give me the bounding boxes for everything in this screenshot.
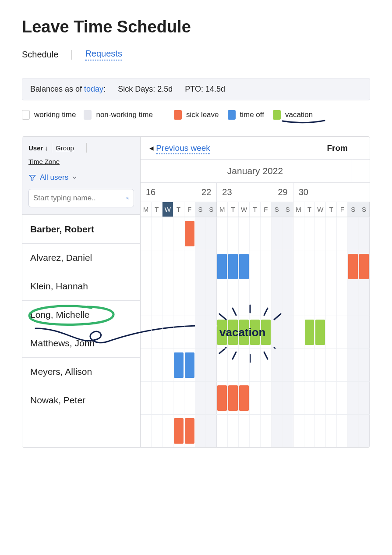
leave-bar-vacation[interactable] <box>315 320 325 345</box>
schedule-cell[interactable] <box>283 382 293 414</box>
schedule-cell[interactable] <box>359 250 370 283</box>
schedule-cell[interactable] <box>348 349 359 381</box>
schedule-cell[interactable] <box>337 250 348 283</box>
schedule-cell[interactable] <box>359 316 370 349</box>
tab-requests[interactable]: Requests <box>85 49 122 60</box>
schedule-cell[interactable] <box>239 250 250 283</box>
schedule-cell[interactable] <box>239 316 250 349</box>
schedule-cell[interactable] <box>359 382 370 414</box>
user-row[interactable]: Long, Michelle <box>22 300 140 329</box>
schedule-cell[interactable] <box>337 349 348 381</box>
leave-bar-timeoff[interactable] <box>217 254 227 279</box>
schedule-cell[interactable] <box>228 349 239 381</box>
schedule-cell[interactable] <box>272 316 283 349</box>
schedule-cell[interactable] <box>184 415 195 447</box>
schedule-cell[interactable] <box>173 415 184 447</box>
schedule-cell[interactable] <box>283 316 293 349</box>
schedule-cell[interactable] <box>239 415 250 447</box>
schedule-cell[interactable] <box>141 250 152 283</box>
tab-schedule[interactable]: Schedule <box>22 50 58 60</box>
timezone-link[interactable]: Time Zone <box>28 158 60 165</box>
schedule-cell[interactable] <box>152 415 162 447</box>
leave-bar-sick[interactable] <box>174 418 184 444</box>
schedule-cell[interactable] <box>173 316 184 349</box>
schedule-cell[interactable] <box>162 415 173 447</box>
search-input[interactable] <box>33 194 126 203</box>
schedule-cell[interactable] <box>326 283 337 316</box>
leave-bar-vacation[interactable] <box>305 320 314 345</box>
schedule-cell[interactable] <box>359 283 370 316</box>
schedule-cell[interactable] <box>293 349 304 381</box>
leave-bar-vacation[interactable] <box>217 320 227 345</box>
schedule-cell[interactable] <box>315 316 326 349</box>
schedule-cell[interactable] <box>206 316 217 349</box>
schedule-cell[interactable] <box>337 217 348 250</box>
schedule-cell[interactable] <box>173 283 184 316</box>
schedule-cell[interactable] <box>326 250 337 283</box>
schedule-cell[interactable] <box>184 349 195 381</box>
user-row[interactable]: Klein, Hannah <box>22 272 140 300</box>
schedule-cell[interactable] <box>217 415 228 447</box>
schedule-cell[interactable] <box>272 217 283 250</box>
schedule-cell[interactable] <box>195 250 206 283</box>
schedule-cell[interactable] <box>250 349 261 381</box>
schedule-cell[interactable] <box>304 217 315 250</box>
schedule-cell[interactable] <box>272 250 283 283</box>
schedule-cell[interactable] <box>141 217 152 250</box>
schedule-cell[interactable] <box>162 217 173 250</box>
schedule-cell[interactable] <box>315 217 326 250</box>
schedule-cell[interactable] <box>337 283 348 316</box>
schedule-cell[interactable] <box>304 316 315 349</box>
schedule-cell[interactable] <box>304 415 315 447</box>
schedule-cell[interactable] <box>173 217 184 250</box>
leave-bar-sick[interactable] <box>185 418 194 444</box>
leave-bar-sick[interactable] <box>348 254 358 279</box>
schedule-cell[interactable] <box>152 250 162 283</box>
schedule-cell[interactable] <box>152 349 162 381</box>
schedule-cell[interactable] <box>348 316 359 349</box>
schedule-cell[interactable] <box>239 349 250 381</box>
schedule-cell[interactable] <box>141 382 152 414</box>
schedule-cell[interactable] <box>348 217 359 250</box>
schedule-cell[interactable] <box>141 415 152 447</box>
schedule-cell[interactable] <box>283 415 293 447</box>
user-row[interactable]: Meyers, Allison <box>22 357 140 386</box>
schedule-cell[interactable] <box>326 217 337 250</box>
schedule-cell[interactable] <box>228 217 239 250</box>
sort-user[interactable]: User ↓ <box>28 144 48 152</box>
schedule-cell[interactable] <box>162 250 173 283</box>
schedule-cell[interactable] <box>315 250 326 283</box>
schedule-cell[interactable] <box>348 283 359 316</box>
user-row[interactable]: Alvarez, Daniel <box>22 243 140 272</box>
schedule-cell[interactable] <box>304 382 315 414</box>
schedule-cell[interactable] <box>228 382 239 414</box>
schedule-cell[interactable] <box>250 316 261 349</box>
prev-week-link[interactable]: ◂ Previous week <box>149 143 210 153</box>
schedule-cell[interactable] <box>195 349 206 381</box>
schedule-cell[interactable] <box>206 283 217 316</box>
schedule-cell[interactable] <box>239 217 250 250</box>
schedule-cell[interactable] <box>293 316 304 349</box>
balances-today-link[interactable]: today <box>84 85 103 93</box>
schedule-cell[interactable] <box>239 382 250 414</box>
schedule-cell[interactable] <box>337 382 348 414</box>
schedule-cell[interactable] <box>348 250 359 283</box>
schedule-cell[interactable] <box>326 316 337 349</box>
schedule-cell[interactable] <box>206 349 217 381</box>
schedule-cell[interactable] <box>272 382 283 414</box>
schedule-cell[interactable] <box>195 382 206 414</box>
leave-bar-sick[interactable] <box>228 385 238 411</box>
user-row[interactable]: Nowak, Peter <box>22 386 140 414</box>
schedule-cell[interactable] <box>152 382 162 414</box>
schedule-cell[interactable] <box>173 349 184 381</box>
schedule-cell[interactable] <box>261 415 272 447</box>
schedule-cell[interactable] <box>272 349 283 381</box>
schedule-cell[interactable] <box>217 316 228 349</box>
user-filter[interactable]: All users <box>28 173 134 182</box>
schedule-cell[interactable] <box>315 415 326 447</box>
schedule-cell[interactable] <box>206 250 217 283</box>
schedule-cell[interactable] <box>261 217 272 250</box>
search-box[interactable] <box>28 189 134 207</box>
schedule-cell[interactable] <box>337 415 348 447</box>
schedule-cell[interactable] <box>272 415 283 447</box>
